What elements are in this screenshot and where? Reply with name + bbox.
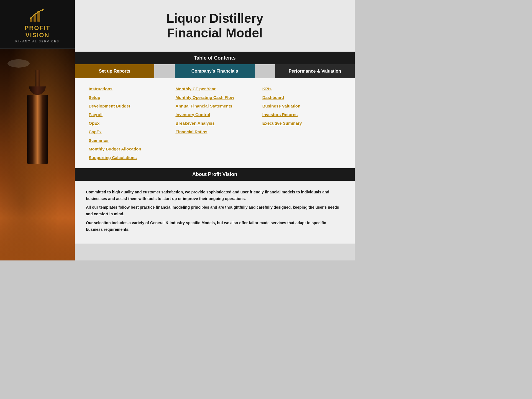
about-paragraph: Committed to high quality and customer s… [86,189,344,202]
sidebar: PROFIT VISION FINANCIAL SERVICES [0,0,75,260]
toc-link[interactable]: Dashboard [262,95,338,100]
toc-link[interactable]: Investors Returns [262,112,338,117]
about-paragraph: All our templates follow best practice f… [86,204,344,218]
header: Liquor Distillery Financial Model [75,0,355,52]
tab-performance[interactable]: Performance & Valuation [275,64,355,78]
toc-link[interactable]: Inventory Control [175,112,251,117]
toc-link[interactable]: Executive Summary [262,121,338,126]
tab-setup[interactable]: Set up Reports [75,64,154,78]
logo-icon [29,8,46,22]
tab-spacer-2 [255,64,275,78]
toc-column-setup: InstructionsSetupDevelopment BudgetPayro… [86,86,170,160]
toc-link[interactable]: Payroll [89,112,164,117]
about-section: About Profit Vision Committed to high qu… [75,168,355,244]
toc-column-financials: Monthly CF per YearMonthly Operating Cas… [170,86,257,160]
tab-financials[interactable]: Company's Financials [175,64,254,78]
logo-profit: PROFIT [25,24,50,32]
toc-link[interactable]: Setup [89,95,164,100]
toc-section: Table of Contents Set up Reports Company… [75,52,355,168]
toc-links-area: InstructionsSetupDevelopment BudgetPayro… [75,78,355,168]
toc-link[interactable]: Monthly Budget Allocation [89,147,164,151]
toc-link[interactable]: Business Valuation [262,104,338,108]
about-text: Committed to high quality and customer s… [86,189,344,233]
toc-link[interactable]: Monthly Operating Cash Flow [175,95,251,100]
toc-link[interactable]: Instructions [89,86,164,91]
logo-area: PROFIT VISION FINANCIAL SERVICES [0,0,75,49]
tab-spacer-1 [154,64,175,78]
toc-tabs: Set up Reports Company's Financials Perf… [75,64,355,78]
page-title: Liquor Distillery Financial Model [97,11,332,40]
toc-link[interactable]: Financial Ratios [175,129,251,134]
toc-link[interactable]: OpEx [89,121,164,126]
toc-link[interactable]: KPIs [262,86,338,91]
toc-column-performance: KPIsDashboardBusiness ValuationInvestors… [257,86,344,160]
toc-link[interactable]: Monthly CF per Year [175,86,251,91]
logo-vision: VISION [25,32,50,39]
toc-link[interactable]: Scenarios [89,138,164,143]
toc-link[interactable]: CapEx [89,129,164,134]
toc-link[interactable]: Breakeven Analysis [175,121,251,126]
sidebar-image [0,49,75,260]
logo-sub: FINANCIAL SERVICES [15,40,59,43]
main-content: Liquor Distillery Financial Model Table … [75,0,355,260]
toc-link[interactable]: Supporting Calculations [89,155,164,160]
toc-header: Table of Contents [75,52,355,64]
about-content: Committed to high quality and customer s… [75,181,355,244]
about-header: About Profit Vision [75,168,355,181]
toc-link[interactable]: Development Budget [89,104,164,108]
about-paragraph: Our selection includes a variety of Gene… [86,220,344,233]
toc-link[interactable]: Annual Financial Statements [175,104,251,108]
